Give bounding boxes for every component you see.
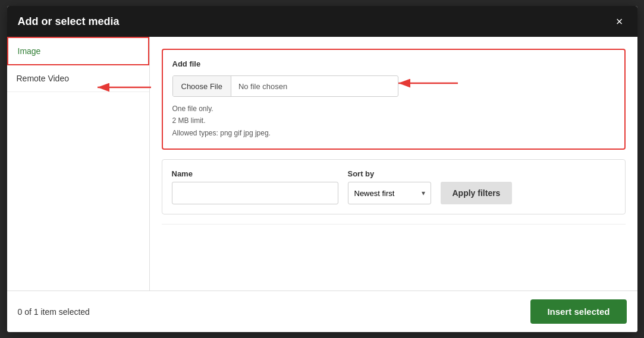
modal-title: Add or select media (18, 15, 120, 28)
arrow-annotation-file (392, 74, 464, 92)
sidebar-item-remote-video[interactable]: Remote Video (7, 65, 149, 92)
content-area: Add file Choose File No file chosen (150, 37, 637, 290)
modal-overlay: Add or select media × Image (0, 0, 644, 338)
filter-name-label: Name (172, 169, 338, 178)
add-file-label: Add file (172, 59, 615, 68)
file-input-wrapper: Choose File No file chosen (172, 75, 398, 97)
close-button[interactable]: × (612, 14, 627, 29)
sidebar: Image Remote Video (7, 37, 150, 290)
filter-name-input[interactable] (172, 182, 338, 204)
hint-three: Allowed types: png gif jpg jpeg. (172, 127, 615, 139)
sort-select-wrapper: Newest first Oldest first Name A-Z Name … (348, 182, 431, 204)
selection-count: 0 of 1 item selected (18, 307, 90, 317)
filter-grid: Name Sort by Newest first Oldest first N… (172, 169, 615, 204)
modal-header: Add or select media × (7, 6, 637, 37)
sidebar-item-remote-video-label: Remote Video (17, 74, 69, 83)
hint-one: One file only. (172, 103, 615, 115)
filter-sort-label: Sort by (348, 169, 431, 178)
sidebar-item-image[interactable]: Image (7, 37, 149, 65)
insert-selected-button[interactable]: Insert selected (530, 299, 626, 324)
filter-name-group: Name (172, 169, 338, 204)
add-file-section: Add file Choose File No file chosen (162, 49, 626, 150)
no-file-text: No file chosen (231, 82, 294, 91)
modal: Add or select media × Image (7, 6, 637, 332)
modal-body: Image Remote Video (7, 37, 637, 290)
filter-section: Name Sort by Newest first Oldest first N… (162, 159, 626, 214)
choose-file-button[interactable]: Choose File (173, 76, 231, 96)
table-area-hint: ​ (162, 224, 626, 243)
modal-footer: 0 of 1 item selected Insert selected (7, 290, 637, 332)
sidebar-item-image-label: Image (18, 46, 41, 56)
file-hints: One file only. 2 MB limit. Allowed types… (172, 103, 615, 139)
hint-two: 2 MB limit. (172, 115, 615, 127)
filter-sort-group: Sort by Newest first Oldest first Name A… (348, 169, 431, 204)
sort-select[interactable]: Newest first Oldest first Name A-Z Name … (348, 182, 431, 204)
apply-filters-button[interactable]: Apply filters (441, 182, 513, 204)
